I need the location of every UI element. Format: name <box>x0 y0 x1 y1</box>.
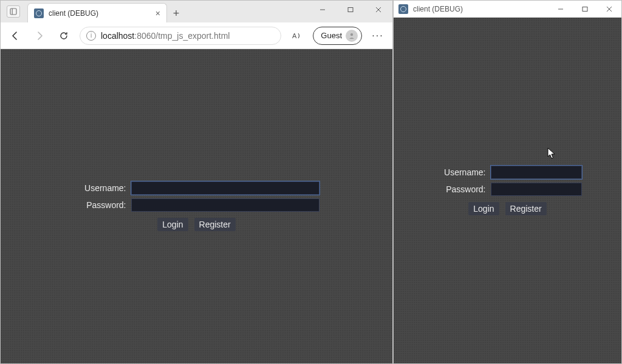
minimize-button[interactable] <box>309 1 337 19</box>
godot-icon <box>398 4 408 14</box>
refresh-button[interactable] <box>55 27 72 44</box>
tab-title: client (DEBUG) <box>49 9 98 18</box>
browser-tab[interactable]: client (DEBUG) × <box>27 3 167 22</box>
login-form: Username: Password: Login Register <box>74 181 320 231</box>
password-input[interactable] <box>131 198 320 212</box>
minimize-button[interactable] <box>549 1 573 18</box>
maximize-button[interactable] <box>573 1 597 18</box>
maximize-button[interactable] <box>337 1 364 19</box>
site-info-icon[interactable]: i <box>86 31 96 41</box>
username-label: Username: <box>434 167 486 177</box>
app-viewport: Username: Password: Login Register <box>394 18 621 363</box>
username-row: Username: <box>434 166 582 179</box>
window-controls <box>309 1 392 19</box>
address-bar: i localhost:8060/tmp_js_export.html A Gu… <box>1 22 392 49</box>
username-input[interactable] <box>131 181 320 195</box>
app-window: client (DEBUG) Username: Password: Login… <box>393 0 622 364</box>
password-label: Password: <box>434 184 486 194</box>
username-label: Username: <box>74 183 126 193</box>
page-viewport: Username: Password: Login Register <box>1 49 392 363</box>
browser-window: client (DEBUG) × + i localhost:8060/tmp_… <box>0 0 393 364</box>
svg-rect-3 <box>348 8 353 12</box>
password-input[interactable] <box>491 183 582 196</box>
password-label: Password: <box>74 200 126 210</box>
button-row: Login Register <box>434 202 582 215</box>
username-input[interactable] <box>491 166 582 179</box>
svg-point-7 <box>350 33 353 35</box>
title-bar[interactable]: client (DEBUG) <box>394 1 621 18</box>
password-row: Password: <box>434 183 582 196</box>
login-button[interactable]: Login <box>468 202 499 215</box>
svg-text:A: A <box>292 32 297 39</box>
register-button[interactable]: Register <box>505 202 547 215</box>
avatar-icon <box>346 30 358 42</box>
window-controls <box>549 1 621 18</box>
forward-button[interactable] <box>31 27 48 44</box>
svg-rect-9 <box>583 7 587 11</box>
new-tab-button[interactable]: + <box>167 4 185 22</box>
button-row: Login Register <box>74 218 320 231</box>
close-window-button[interactable] <box>364 1 392 19</box>
profile-button[interactable]: Guest <box>313 27 362 45</box>
close-tab-button[interactable]: × <box>156 8 160 18</box>
login-form: Username: Password: Login Register <box>434 166 582 215</box>
url-box[interactable]: i localhost:8060/tmp_js_export.html <box>80 27 281 45</box>
password-row: Password: <box>74 198 320 212</box>
url-text: localhost:8060/tmp_js_export.html <box>101 31 230 41</box>
app-title: client (DEBUG) <box>413 5 463 13</box>
close-window-button[interactable] <box>597 1 621 18</box>
godot-icon <box>34 8 44 18</box>
more-menu-button[interactable]: ··· <box>369 30 386 41</box>
profile-label: Guest <box>321 31 342 40</box>
login-button[interactable]: Login <box>157 218 188 231</box>
username-row: Username: <box>74 181 320 195</box>
tab-bar: client (DEBUG) × + <box>1 1 392 22</box>
back-button[interactable] <box>7 27 24 44</box>
register-button[interactable]: Register <box>194 218 236 231</box>
read-aloud-button[interactable]: A <box>289 27 306 44</box>
tab-actions-button[interactable] <box>7 5 20 18</box>
svg-rect-0 <box>10 8 16 15</box>
